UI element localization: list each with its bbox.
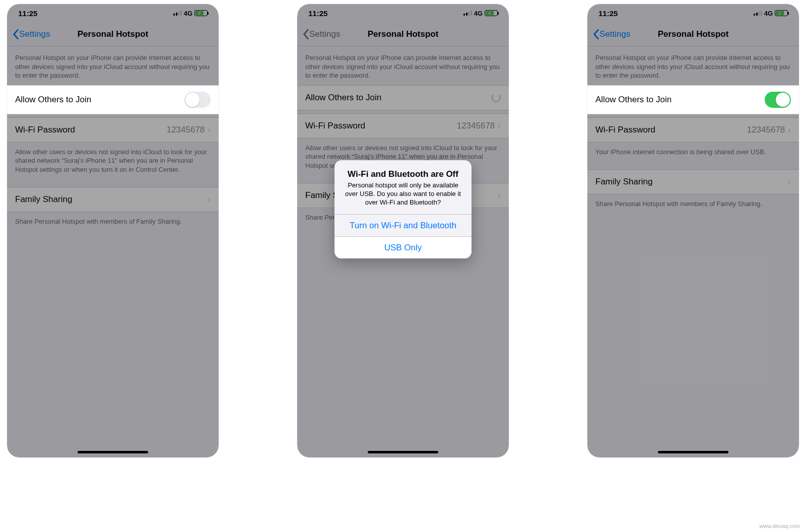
allow-others-toggle[interactable] bbox=[765, 92, 791, 108]
turn-on-wifi-bluetooth-button[interactable]: Turn on Wi-Fi and Bluetooth bbox=[334, 214, 472, 236]
allow-others-row[interactable]: Allow Others to Join bbox=[587, 85, 799, 114]
wifi-bluetooth-alert: Wi-Fi and Bluetooth are Off Personal hot… bbox=[334, 160, 472, 258]
dim-overlay bbox=[587, 4, 799, 457]
allow-others-toggle[interactable] bbox=[184, 92, 211, 108]
dim-overlay bbox=[7, 4, 219, 457]
watermark: www.deuaq.com bbox=[759, 523, 800, 529]
screenshot-2: 11:25 4G ⚡ Settings Personal Hotspot Per… bbox=[297, 4, 509, 457]
alert-title: Wi-Fi and Bluetooth are Off bbox=[343, 169, 463, 179]
allow-others-row[interactable]: Allow Others to Join bbox=[7, 85, 219, 114]
allow-others-label: Allow Others to Join bbox=[595, 95, 671, 105]
allow-others-label: Allow Others to Join bbox=[15, 95, 91, 105]
screenshot-3: 11:25 4G ⚡ Settings Personal Hotspot Per… bbox=[587, 4, 799, 457]
screenshot-1: 11:25 4G ⚡ Settings Personal Hotspot Per… bbox=[7, 4, 219, 457]
usb-only-button[interactable]: USB Only bbox=[334, 236, 472, 258]
alert-message: Personal hotspot will only be available … bbox=[343, 181, 463, 207]
